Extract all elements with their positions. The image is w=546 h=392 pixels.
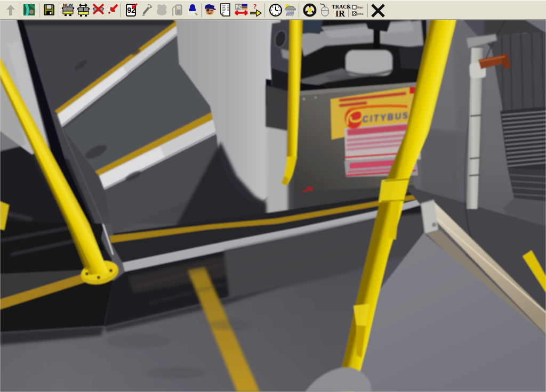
svg-text:PC: PC (236, 5, 242, 10)
svg-text:?: ? (253, 2, 257, 10)
svg-text:Rain: Rain (357, 6, 363, 9)
svg-text:IR: IR (335, 9, 345, 18)
svg-text:Infra: Infra (357, 12, 364, 15)
